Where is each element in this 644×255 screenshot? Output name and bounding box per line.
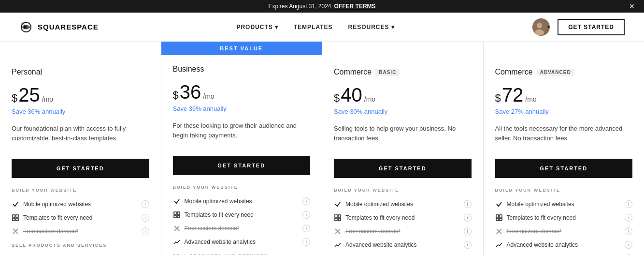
check-icon xyxy=(173,197,181,205)
squarespace-logo-icon xyxy=(19,20,33,34)
svg-rect-24 xyxy=(496,218,499,221)
plan-cta-button[interactable]: GET STARTED xyxy=(12,159,149,178)
info-icon[interactable]: i xyxy=(302,238,310,246)
feature-text: Free custom domain² xyxy=(23,228,78,235)
svg-rect-16 xyxy=(335,215,337,217)
feature-left: Advanced website analytics xyxy=(334,241,416,249)
svg-rect-13 xyxy=(177,215,180,218)
price-mo: /mo xyxy=(42,95,53,103)
info-icon[interactable]: i xyxy=(302,211,310,219)
grid-icon xyxy=(173,211,181,219)
info-icon[interactable]: i xyxy=(142,214,149,222)
price-mo: /mo xyxy=(203,92,214,100)
check-icon xyxy=(495,200,503,208)
plan-content: Personal $ 25 /mo Save 36% annually Our … xyxy=(0,58,161,248)
grid-icon xyxy=(495,214,503,222)
nav-resources[interactable]: RESOURCES ▾ xyxy=(348,24,395,30)
grid-icon xyxy=(12,214,19,222)
feature-text: Mobile optimized websites xyxy=(345,201,413,208)
build-section-label: BUILD YOUR WEBSITE xyxy=(12,188,149,193)
x-icon xyxy=(334,227,342,235)
feature-left: Free custom domain² xyxy=(173,225,239,232)
price-dollar-sign: $ xyxy=(173,89,179,102)
info-icon[interactable]: i xyxy=(625,227,632,235)
svg-rect-6 xyxy=(13,218,15,221)
info-icon[interactable]: i xyxy=(625,200,632,208)
feature-left: Templates to fit every need xyxy=(495,214,576,222)
info-icon[interactable]: i xyxy=(142,200,149,208)
offer-terms-link[interactable]: OFFER TERMS xyxy=(334,3,376,10)
svg-rect-23 xyxy=(500,215,502,217)
logo[interactable]: SQUARESPACE xyxy=(19,20,99,34)
svg-rect-7 xyxy=(16,218,18,221)
plan-badge: ADVANCED xyxy=(537,69,574,76)
svg-point-2 xyxy=(537,23,542,28)
plan-name: Business xyxy=(173,65,311,74)
feature-item: Free custom domain² i xyxy=(173,222,311,235)
info-icon[interactable]: i xyxy=(142,227,149,235)
feature-item: Templates to fit every need i xyxy=(495,211,633,225)
logo-text: SQUARESPACE xyxy=(38,23,99,31)
x-icon xyxy=(495,227,503,235)
feature-text: Advanced website analytics xyxy=(507,241,578,248)
feature-text: Free custom domain² xyxy=(507,228,561,235)
info-icon[interactable]: i xyxy=(302,225,310,232)
plan-name: CommerceADVANCED xyxy=(495,68,633,76)
plan-name: CommerceBASIC xyxy=(334,68,472,76)
chevron-down-icon: ▾ xyxy=(275,24,278,30)
svg-point-3 xyxy=(535,29,544,35)
save-text: Save 27% annually xyxy=(495,108,633,115)
info-icon[interactable]: i xyxy=(464,227,472,235)
feature-item: Advanced website analytics i xyxy=(334,238,472,252)
info-icon[interactable]: i xyxy=(464,214,472,222)
feature-left: Templates to fit every need xyxy=(12,214,92,222)
avatar[interactable]: ▾ xyxy=(532,18,550,36)
feature-item: Mobile optimized websites i xyxy=(12,197,149,211)
nav-products[interactable]: PRODUCTS ▾ xyxy=(236,24,278,30)
plan-price: $ 36 /mo xyxy=(173,81,311,103)
get-started-button[interactable]: GET STARTED xyxy=(558,19,625,35)
plan-cta-button[interactable]: GET STARTED xyxy=(173,156,311,175)
plan-content: CommerceADVANCED $ 72 /mo Save 27% annua… xyxy=(484,58,644,255)
feature-left: Mobile optimized websites xyxy=(334,200,413,208)
plan-name: Personal xyxy=(12,68,149,76)
analytics-icon xyxy=(495,241,503,249)
feature-left: Advanced website analytics xyxy=(495,241,578,249)
price-mo: /mo xyxy=(525,95,536,103)
info-icon[interactable]: i xyxy=(625,214,632,222)
feature-left: Free custom domain² xyxy=(12,227,78,235)
info-icon[interactable]: i xyxy=(464,200,472,208)
plan-description: Selling tools to help grow your business… xyxy=(334,124,472,149)
nav-links: PRODUCTS ▾ TEMPLATES RESOURCES ▾ xyxy=(236,24,394,30)
feature-text: Free custom domain² xyxy=(185,225,239,232)
svg-rect-5 xyxy=(16,215,18,217)
close-icon[interactable]: × xyxy=(629,1,634,12)
price-dollar-sign: $ xyxy=(12,92,17,105)
avatar-image xyxy=(532,18,546,36)
nav-templates[interactable]: TEMPLATES xyxy=(294,24,333,30)
feature-item: Mobile optimized websites i xyxy=(334,197,472,211)
best-value-banner: BEST VALUE xyxy=(161,42,322,55)
plan-cta-button[interactable]: GET STARTED xyxy=(334,159,472,178)
info-icon[interactable]: i xyxy=(625,241,632,249)
info-icon[interactable]: i xyxy=(302,197,310,205)
plan-cta-button[interactable]: GET STARTED xyxy=(495,159,633,178)
feature-text: Advanced website analytics xyxy=(185,239,256,245)
price-amount: 72 xyxy=(502,84,524,106)
feature-item: Advanced website analytics i xyxy=(495,238,633,252)
save-text: Save 36% annually xyxy=(12,108,149,115)
plan-content: Business $ 36 /mo Save 36% annually For … xyxy=(161,55,322,255)
pricing-grid: Personal $ 25 /mo Save 36% annually Our … xyxy=(0,42,644,255)
plan-price: $ 25 /mo xyxy=(12,84,149,106)
feature-text: Templates to fit every need xyxy=(345,214,415,221)
x-icon xyxy=(12,227,19,235)
plan-column-commerce-3: CommerceADVANCED $ 72 /mo Save 27% annua… xyxy=(484,42,644,255)
build-section-label: BUILD YOUR WEBSITE xyxy=(334,188,472,193)
feature-left: Free custom domain² xyxy=(334,227,400,235)
plan-column-business-1: BEST VALUE Business $ 36 /mo Save 36% an… xyxy=(161,42,323,255)
feature-item: Free custom domain² i xyxy=(12,225,149,238)
feature-text: Templates to fit every need xyxy=(185,211,254,218)
analytics-icon xyxy=(334,241,342,249)
info-icon[interactable]: i xyxy=(464,241,472,249)
analytics-icon xyxy=(173,238,181,246)
